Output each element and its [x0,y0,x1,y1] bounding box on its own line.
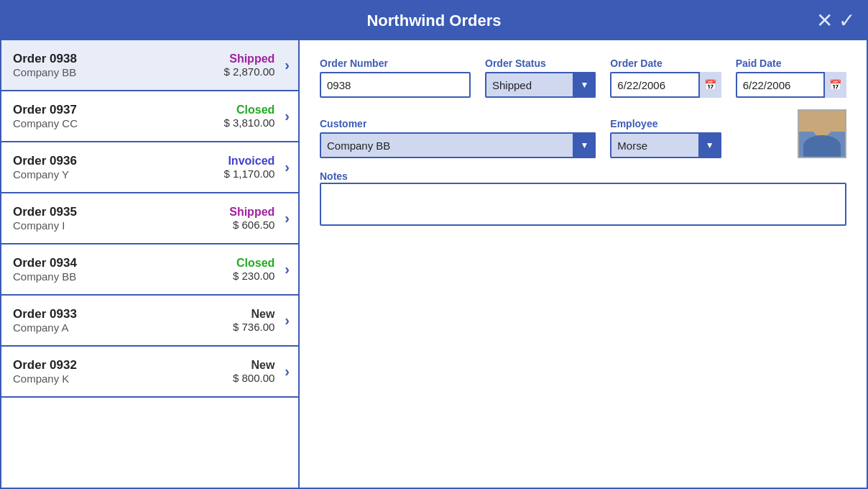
order-company: Company A [13,321,233,334]
order-info: Order 0933 Company A [13,307,233,334]
paid-date-calendar-icon[interactable]: 📅 [823,72,846,98]
chevron-right-icon: › [285,312,290,329]
order-meta: Closed $ 3,810.00 [223,104,274,129]
confirm-button[interactable]: ✓ [839,11,855,31]
order-date-label: Order Date [610,58,721,69]
employee-select[interactable]: Morse Other [610,132,721,158]
order-amount: $ 606.50 [229,219,274,231]
order-status-select[interactable]: New Invoiced Shipped Closed [485,72,596,98]
order-meta: Shipped $ 606.50 [229,206,274,231]
order-company: Company BB [13,66,223,78]
order-item[interactable]: Order 0932 Company K New $ 800.00 › [1,347,298,398]
detail-panel: Order Number Order Status New Invoiced S… [300,40,867,488]
order-info: Order 0938 Company BB [13,52,223,78]
order-info: Order 0932 Company K [13,358,233,385]
paid-date-wrapper: 📅 [736,72,846,98]
order-status: Invoiced [223,155,274,168]
order-amount: $ 1,170.00 [223,168,274,180]
chevron-right-icon: › [285,363,290,380]
order-list-panel[interactable]: Order 0938 Company BB Shipped $ 2,870.00… [1,40,300,488]
employee-photo [798,109,846,158]
order-company: Company BB [13,270,233,283]
order-amount: $ 736.00 [233,321,274,333]
order-company: Company Y [13,168,223,180]
order-status: Closed [223,104,274,116]
order-meta: New $ 736.00 [233,308,274,333]
order-status-select-wrapper: New Invoiced Shipped Closed [485,72,596,98]
order-item[interactable]: Order 0933 Company A New $ 736.00 › [1,296,298,347]
order-meta: Invoiced $ 1,170.00 [223,155,274,180]
order-amount: $ 3,810.00 [223,116,274,129]
order-amount: $ 2,870.00 [223,65,274,78]
order-title: Order 0934 [13,256,233,270]
avatar-cell [736,109,846,158]
title-bar-buttons: ✕ ✓ [816,11,855,31]
order-status-field-group: Order Status New Invoiced Shipped Closed [485,58,596,98]
order-meta: New $ 800.00 [233,359,274,384]
order-item[interactable]: Order 0938 Company BB Shipped $ 2,870.00… [1,40,298,91]
employee-field-group: Employee Morse Other [610,118,721,158]
chevron-right-icon: › [285,108,290,124]
close-button[interactable]: ✕ [816,11,833,31]
app-title: Northwind Orders [366,12,501,29]
order-title: Order 0935 [13,205,229,219]
order-date-wrapper: 📅 [610,72,721,98]
order-info: Order 0936 Company Y [13,154,223,180]
detail-grid: Order Number Order Status New Invoiced S… [320,58,846,158]
order-status: Closed [233,257,274,270]
chevron-right-icon: › [285,57,290,73]
main-content: Order 0938 Company BB Shipped $ 2,870.00… [1,40,867,488]
order-title: Order 0936 [13,154,223,168]
customer-field-group: Customer Company A Company BB Company CC… [320,118,596,158]
order-number-field-group: Order Number [320,58,471,98]
order-info: Order 0934 Company BB [13,256,233,283]
order-title: Order 0937 [13,103,223,117]
chevron-right-icon: › [285,210,290,227]
order-status: Shipped [229,206,274,219]
order-date-calendar-icon[interactable]: 📅 [698,72,721,98]
chevron-right-icon: › [285,159,290,175]
order-info: Order 0937 Company CC [13,103,223,129]
order-title: Order 0938 [13,52,223,66]
notes-label: Notes [320,170,348,182]
order-item[interactable]: Order 0936 Company Y Invoiced $ 1,170.00… [1,142,298,193]
employee-select-wrapper: Morse Other [610,132,721,158]
paid-date-label: Paid Date [736,58,846,69]
app-container: Northwind Orders ✕ ✓ Order 0938 Company … [0,0,868,489]
employee-silhouette [799,111,845,157]
customer-label: Customer [320,118,596,129]
order-status-label: Order Status [485,58,596,69]
title-bar: Northwind Orders ✕ ✓ [1,1,867,40]
paid-date-field-group: Paid Date 📅 [736,58,846,98]
order-status: New [233,308,274,321]
order-title: Order 0933 [13,307,233,321]
order-company: Company I [13,219,229,232]
order-item[interactable]: Order 0937 Company CC Closed $ 3,810.00 … [1,91,298,142]
order-amount: $ 800.00 [233,372,274,384]
order-amount: $ 230.00 [233,270,274,282]
order-meta: Closed $ 230.00 [233,257,274,282]
order-company: Company K [13,373,233,385]
order-info: Order 0935 Company I [13,205,229,232]
order-item[interactable]: Order 0934 Company BB Closed $ 230.00 › [1,244,298,296]
order-company: Company CC [13,117,223,129]
order-item[interactable]: Order 0935 Company I Shipped $ 606.50 › [1,193,298,244]
customer-select-wrapper: Company A Company BB Company CC Company … [320,132,596,158]
notes-textarea[interactable] [320,183,846,226]
order-meta: Shipped $ 2,870.00 [223,52,274,78]
chevron-right-icon: › [285,261,290,278]
employee-label: Employee [610,118,721,129]
order-number-label: Order Number [320,58,471,69]
notes-row: Notes [320,170,846,229]
customer-select[interactable]: Company A Company BB Company CC Company … [320,132,596,158]
order-title: Order 0932 [13,358,233,373]
order-status: Shipped [223,52,274,65]
order-date-field-group: Order Date 📅 [610,58,721,98]
order-number-input[interactable] [320,72,471,98]
order-status: New [233,359,274,372]
